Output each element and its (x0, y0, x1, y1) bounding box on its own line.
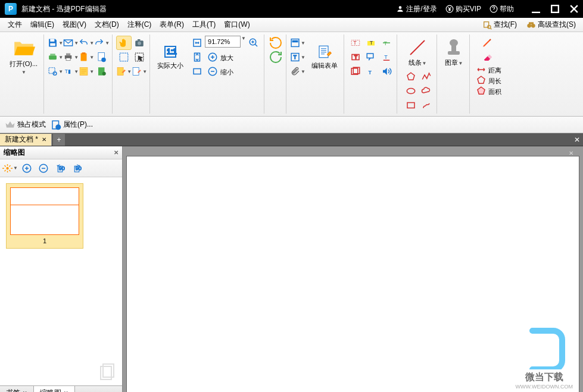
help-button[interactable]: 帮助 (487, 3, 516, 15)
close-button[interactable] (570, 5, 578, 13)
panel-close-button[interactable]: ✕ (114, 149, 119, 156)
select-text-button[interactable] (116, 50, 132, 64)
form-field-button[interactable]: ▼ (290, 36, 305, 50)
tab-close-icon[interactable]: ✕ (42, 136, 46, 143)
hand-tool-button[interactable] (116, 36, 132, 50)
perimeter-label[interactable]: 周长 (488, 77, 501, 86)
menu-window[interactable]: 窗口(W) (220, 18, 254, 32)
actual-size-icon: 1:1 (163, 45, 177, 59)
attach-button[interactable] (94, 64, 110, 79)
canvas-close-button[interactable]: ✕ (569, 150, 573, 156)
thumbnail-item[interactable]: 1 (6, 183, 83, 249)
email-button[interactable]: ▼ (63, 36, 79, 50)
rectangle-button[interactable] (403, 98, 419, 112)
menu-document[interactable]: 文档(D) (91, 18, 123, 32)
thumbnail-toolbar: ▼ 90 90 (0, 159, 122, 177)
thumb-options-button[interactable]: ▼ (2, 161, 18, 175)
svg-text:T: T (368, 70, 372, 76)
thumb-zoom-out-button[interactable] (36, 161, 51, 175)
highlight-text-button[interactable]: T (348, 36, 363, 50)
thumb-rotate-ccw-button[interactable]: 90 (52, 161, 68, 175)
open-button[interactable]: 打开(O)...▼ (6, 36, 41, 77)
menu-tool[interactable]: 工具(T) (188, 18, 220, 32)
save-button[interactable]: ▼ (48, 36, 63, 50)
ellipse-button[interactable] (403, 84, 419, 98)
tab-thumbnail[interactable]: 缩略图✕ (34, 386, 75, 392)
form-text-button[interactable]: T▼ (290, 50, 305, 64)
underline-button[interactable]: T (379, 50, 394, 64)
zoom-select-button[interactable]: ▼ (48, 64, 63, 79)
new-tab-button[interactable]: + (53, 134, 65, 146)
highlight-button[interactable]: T (363, 36, 379, 50)
menu-file[interactable]: 文件 (4, 18, 26, 32)
svg-rect-31 (120, 53, 128, 61)
lines-button[interactable]: 线条▼ (404, 36, 431, 70)
svg-rect-4 (551, 5, 559, 12)
fit-width-button[interactable] (189, 36, 205, 50)
menu-view[interactable]: 视图(V) (58, 18, 91, 32)
sticky-note-button[interactable] (348, 64, 363, 79)
zoom-out-label: 缩小 (220, 68, 233, 77)
area-label[interactable]: 面积 (488, 87, 501, 96)
print-button[interactable]: ▼ (63, 50, 79, 64)
menu-form[interactable]: 表单(R) (155, 18, 188, 32)
polyline-button[interactable] (419, 70, 434, 84)
svg-text:1:1: 1:1 (167, 48, 177, 56)
rotate-ccw-button[interactable] (268, 36, 283, 50)
tab-bookmark[interactable]: 书签✕ (0, 386, 34, 392)
thumb-rotate-cw-button[interactable]: 90 (69, 161, 85, 175)
clipboard-button[interactable]: ▼ (79, 50, 94, 64)
document-canvas[interactable]: 微当下载 WWW.WEIDOWN.COM (126, 156, 579, 392)
zoom-in-button[interactable] (205, 50, 220, 64)
undo-button[interactable]: ▼ (79, 36, 94, 50)
redo-button[interactable]: ▼ (94, 36, 110, 50)
document-tab[interactable]: 新建文档 * ✕ (0, 134, 52, 146)
minimize-button[interactable] (532, 5, 540, 13)
text-box-button[interactable]: T (348, 50, 363, 64)
stamp-button[interactable]: 图章▼ (441, 36, 467, 70)
zoom-in-icon-button[interactable] (246, 36, 261, 50)
svg-rect-16 (66, 54, 70, 56)
snapshot-button[interactable] (132, 36, 147, 50)
note-button[interactable]: ▼ (79, 64, 94, 79)
edit-form-button[interactable]: 编辑表单 (308, 36, 341, 79)
find-button[interactable]: 查找(F) (479, 18, 520, 31)
pencil-tool-button[interactable] (479, 36, 495, 50)
strikethrough-button[interactable]: T (379, 36, 394, 50)
buy-vip-button[interactable]: 购买VIP (443, 3, 484, 15)
zoom-input[interactable] (205, 36, 241, 48)
callout-button[interactable] (363, 50, 379, 64)
cursor-icon (134, 52, 145, 62)
cloud-button[interactable] (419, 84, 434, 98)
polygon-button[interactable] (403, 70, 419, 84)
maximize-button[interactable] (551, 5, 559, 13)
typewriter-button[interactable]: T (363, 64, 379, 79)
zoom-out-button[interactable] (205, 64, 220, 79)
advanced-find-button[interactable]: 高级查找(S) (523, 18, 579, 31)
thumb-zoom-in-button[interactable] (19, 161, 35, 175)
edit-doc-button[interactable]: ▼ (116, 64, 132, 79)
sound-button[interactable] (379, 64, 394, 79)
distance-label[interactable]: 距离 (488, 66, 501, 75)
actual-size-button[interactable]: 1:1 实际大小 (154, 36, 187, 79)
menu-comment[interactable]: 注释(C) (123, 18, 156, 32)
exclusive-mode-button[interactable]: 独占模式 (5, 120, 46, 130)
fit-page-button[interactable] (189, 50, 205, 64)
vip-label: 购买VIP (456, 4, 481, 14)
select-object-button[interactable] (132, 50, 147, 64)
edit-content-button[interactable]: ▼ (132, 64, 147, 79)
scan-button[interactable]: ▼ (48, 50, 63, 64)
fit-visible-button[interactable] (189, 64, 205, 79)
eraser-button[interactable] (479, 50, 495, 64)
open-label: 打开(O)... (10, 59, 38, 68)
login-button[interactable]: 注册/登录 (394, 3, 439, 15)
freeform-button[interactable] (419, 98, 434, 112)
rotate-cw-button[interactable] (268, 50, 283, 64)
text-tool-button[interactable]: T▮▼ (63, 64, 79, 79)
attachment-button[interactable]: ▼ (290, 64, 305, 79)
close-all-tabs-button[interactable]: ✕ (571, 134, 583, 146)
menu-edit[interactable]: 编辑(E) (26, 18, 58, 32)
doc-settings-button[interactable] (94, 50, 110, 64)
fit-page-icon (192, 52, 202, 62)
properties-button[interactable]: 属性(P)... (51, 120, 93, 130)
